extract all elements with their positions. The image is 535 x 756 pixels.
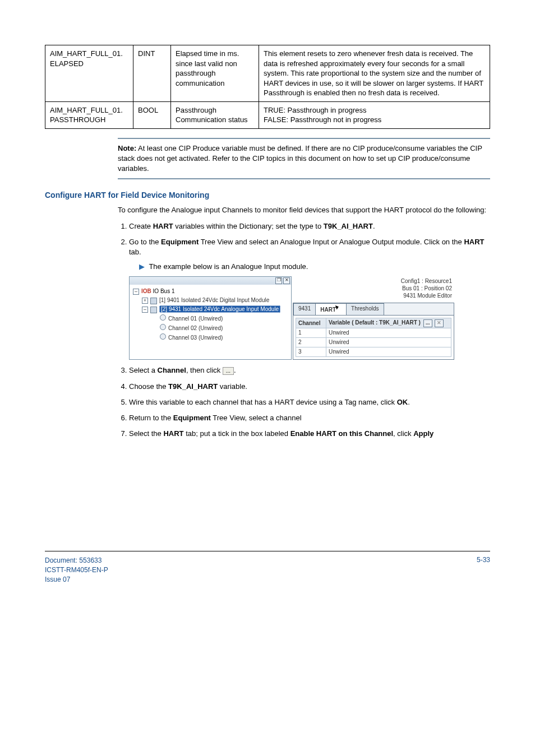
cell-desc-0: Elapsed time in ms. since last valid non… bbox=[171, 45, 259, 102]
ellipsis-button[interactable]: ... bbox=[223, 367, 234, 375]
step-5: Wire this variable to each channel that … bbox=[129, 397, 490, 407]
step-2: Go to the Equipment Tree View and select… bbox=[129, 237, 490, 360]
tree-panel: ❐ ✕ –IOB IO Bus 1 +[1] 9401 Isolated 24V… bbox=[129, 276, 292, 360]
tree-collapse-icon[interactable]: – bbox=[133, 289, 139, 295]
clear-header-button[interactable]: ✕ bbox=[435, 319, 444, 327]
cell-name-1: AIM_HART_FULL_01. PASSTHROUGH bbox=[45, 101, 133, 128]
tree-restore-icon[interactable]: ❐ bbox=[275, 277, 282, 284]
triangle-bullet-icon: ▶ bbox=[139, 262, 147, 272]
note-block: Note: At least one CIP Produce variable … bbox=[118, 138, 490, 180]
tree-ch2[interactable]: Channel 02 (Unwired) bbox=[168, 325, 223, 331]
channel-icon bbox=[160, 333, 166, 340]
section-heading: Configure HART for Field Device Monitori… bbox=[45, 191, 490, 200]
tree-item-2-selected[interactable]: [2] 9431 Isolated 24Vdc Analogue Input M… bbox=[159, 305, 280, 313]
step-4: Choose the T9K_AI_HART variable. bbox=[129, 382, 490, 392]
val-1[interactable]: Unwired bbox=[326, 328, 451, 338]
tab-9431[interactable]: 9431 bbox=[293, 303, 316, 315]
cell-name-0: AIM_HART_FULL_01. ELAPSED bbox=[45, 45, 133, 102]
editor-header: Config1 : Resource1 Bus 01 : Position 02… bbox=[293, 276, 454, 300]
cell-type-1: BOOL bbox=[133, 101, 171, 128]
hdr-line2: Bus 01 : Position 02 bbox=[295, 285, 452, 292]
step-7: Select the HART tab; put a tick in the b… bbox=[129, 429, 490, 439]
channel-icon bbox=[160, 324, 166, 330]
ch-2[interactable]: 2 bbox=[296, 338, 326, 347]
channel-variable-table: Channel Variable ( Default : T9K_AI_HART… bbox=[296, 318, 451, 357]
col-variable: Variable ( Default : T9K_AI_HART ) ... ✕ bbox=[326, 318, 451, 328]
tree-iob: IOB bbox=[141, 288, 151, 294]
col-channel: Channel bbox=[296, 318, 326, 328]
embedded-screenshot: ❐ ✕ –IOB IO Bus 1 +[1] 9401 Isolated 24V… bbox=[129, 276, 454, 360]
footer-doc: Document: 553633 bbox=[45, 556, 108, 565]
tree-close-icon[interactable]: ✕ bbox=[283, 277, 290, 284]
module-icon-2 bbox=[150, 307, 157, 313]
ellipsis-header-button[interactable]: ... bbox=[423, 319, 432, 327]
intro-paragraph: To configure the Analogue input Channels… bbox=[118, 205, 490, 215]
note-label: Note: bbox=[118, 144, 136, 152]
hdr-line3: 9431 Module Editor bbox=[295, 292, 452, 299]
footer-code: ICSTT-RM405f-EN-P bbox=[45, 565, 108, 575]
footer-page: 5-33 bbox=[477, 556, 490, 584]
cell-desc-1: Passthrough Communication status bbox=[171, 101, 259, 128]
tree-expand-icon-1[interactable]: + bbox=[142, 298, 148, 304]
tree-ch1[interactable]: Channel 01 (Unwired) bbox=[168, 316, 223, 322]
tree-collapse-icon-2[interactable]: – bbox=[142, 307, 148, 313]
ch-1[interactable]: 1 bbox=[296, 328, 326, 338]
tab-hart[interactable]: HART bbox=[315, 303, 347, 315]
note-text: At least one CIP Produce variable must b… bbox=[118, 144, 482, 173]
step-3: Select a Channel, then click .... bbox=[129, 365, 490, 375]
step-6: Return to the Equipment Tree View, selec… bbox=[129, 413, 490, 423]
hdr-line1: Config1 : Resource1 bbox=[295, 277, 452, 285]
tab-thresholds[interactable]: Thresholds bbox=[346, 303, 384, 315]
tree-ch3[interactable]: Channel 03 (Unwired) bbox=[168, 335, 223, 341]
val-3[interactable]: Unwired bbox=[326, 347, 451, 357]
page-footer: Document: 553633 ICSTT-RM405f-EN-P Issue… bbox=[45, 551, 490, 584]
tree-bus: IO Bus 1 bbox=[153, 288, 175, 294]
tree-item-1[interactable]: [1] 9401 Isolated 24Vdc Digital Input Mo… bbox=[159, 297, 269, 303]
val-2[interactable]: Unwired bbox=[326, 338, 451, 347]
channel-icon bbox=[160, 314, 166, 321]
footer-issue: Issue 07 bbox=[45, 575, 108, 585]
cursor-icon bbox=[336, 305, 342, 312]
ch-3[interactable]: 3 bbox=[296, 347, 326, 357]
step-2-sub: The example below is an Analogue Input m… bbox=[149, 262, 308, 271]
cell-type-0: DINT bbox=[133, 45, 171, 102]
cell-detail-1: TRUE: Passthrough in progress FALSE: Pas… bbox=[259, 101, 490, 128]
module-icon bbox=[150, 298, 157, 304]
cell-detail-0: This element resets to zero whenever fre… bbox=[259, 45, 490, 102]
step-1: Create HART variables within the Diction… bbox=[129, 221, 490, 231]
data-structure-table: AIM_HART_FULL_01. ELAPSED DINT Elapsed t… bbox=[45, 45, 490, 129]
